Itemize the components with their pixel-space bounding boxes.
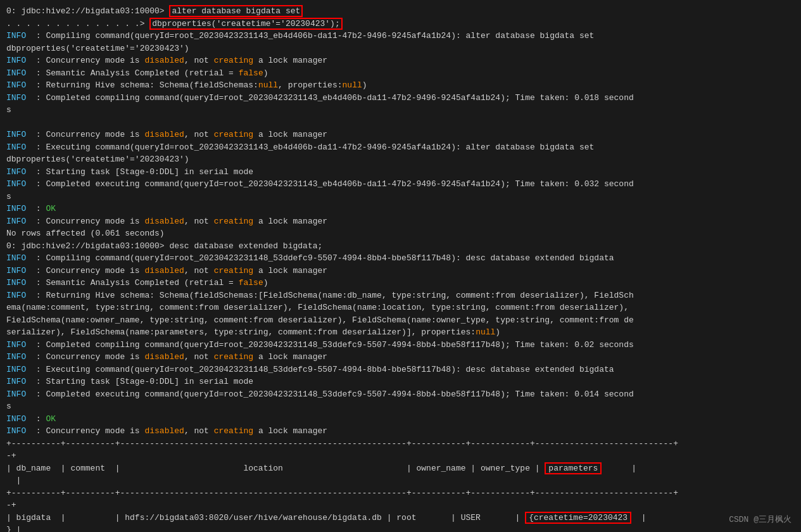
info-completed-1: INFO : Completed compiling command(query… bbox=[6, 92, 795, 104]
info-compile-2: INFO : Compiling command(queryId=root_20… bbox=[6, 252, 795, 265]
info-concurrency-2: INFO : Concurrency mode is disabled, not… bbox=[6, 129, 795, 141]
info-schema-2b: ema(name:comment, type:string, comment:f… bbox=[6, 301, 795, 314]
info-completed-1b: s bbox=[6, 104, 795, 117]
cmd-line-1: 0: jdbc:hive2://bigdata03:10000> alter d… bbox=[6, 5, 795, 18]
info-semantic-1: INFO : Semantic Analysis Completed (retr… bbox=[6, 67, 795, 80]
info-concurrency-4: INFO : Concurrency mode is disabled, not… bbox=[6, 265, 795, 277]
table-row-data-cont: } | bbox=[6, 524, 795, 532]
info-semantic-2: INFO : Semantic Analysis Completed (retr… bbox=[6, 277, 795, 289]
info-concurrency-3: INFO : Concurrency mode is disabled, not… bbox=[6, 215, 795, 228]
cmd-desc: 0: jdbc:hive2://bigdata03:10000> desc da… bbox=[6, 240, 795, 253]
info-concurrency-5: INFO : Concurrency mode is disabled, not… bbox=[6, 351, 795, 364]
table-row-data: | bigdata | | hdfs://bigdata03:8020/user… bbox=[6, 512, 795, 524]
separator-1b: -+ bbox=[6, 450, 795, 462]
separator-1: +----------+----------+-----------------… bbox=[6, 438, 795, 450]
watermark: CSDN @三月枫火 bbox=[729, 514, 792, 526]
info-ok-2: INFO : OK bbox=[6, 413, 795, 426]
info-concurrency-6: INFO : Concurrency mode is disabled, not… bbox=[6, 425, 795, 438]
no-rows-1: No rows affected (0.061 seconds) bbox=[6, 227, 795, 240]
info-concurrency-1: INFO : Concurrency mode is disabled, not… bbox=[6, 54, 795, 67]
info-ok-1: INFO : OK bbox=[6, 203, 795, 215]
info-starting-1: INFO : Starting task [Stage-0:DDL] in se… bbox=[6, 166, 795, 179]
info-completed-exec-1b: s bbox=[6, 191, 795, 203]
info-completed-exec-1: INFO : Completed executing command(query… bbox=[6, 178, 795, 191]
info-completed-exec-2: INFO : Completed executing command(query… bbox=[6, 388, 795, 401]
info-schema-2c: FieldSchema(name:owner_name, type:string… bbox=[6, 314, 795, 327]
separator-2: +----------+----------+-----------------… bbox=[6, 487, 795, 500]
info-starting-2: INFO : Starting task [Stage-0:DDL] in se… bbox=[6, 376, 795, 388]
info-executing-2: INFO : Executing command(queryId=root_20… bbox=[6, 364, 795, 376]
info-executing-1: INFO : Executing command(queryId=root_20… bbox=[6, 141, 795, 154]
info-completed-exec-2b: s bbox=[6, 400, 795, 413]
info-compile-1b: dbproperties('createtime'='20230423') bbox=[6, 42, 795, 55]
table-header: | db_name | comment | location | owner_n… bbox=[6, 462, 795, 475]
info-schema-2: INFO : Returning Hive schema: Schema(fie… bbox=[6, 289, 795, 302]
table-header-cont: | bbox=[6, 474, 795, 487]
info-completed-2: INFO : Completed compiling command(query… bbox=[6, 339, 795, 352]
terminal-window: 0: jdbc:hive2://bigdata03:10000> alter d… bbox=[0, 0, 801, 532]
info-schema-2d: serializer), FieldSchema(name:parameters… bbox=[6, 326, 795, 339]
separator-2b: -+ bbox=[6, 499, 795, 512]
blank-1 bbox=[6, 117, 795, 129]
info-executing-1b: dbproperties('createtime'='20230423') bbox=[6, 153, 795, 166]
info-schema-1: INFO : Returning Hive schema: Schema(fie… bbox=[6, 79, 795, 92]
cmd-line-2: . . . . . . . . . . . . . .> dbpropertie… bbox=[6, 18, 795, 30]
info-compile-1: INFO : Compiling command(queryId=root_20… bbox=[6, 30, 795, 42]
